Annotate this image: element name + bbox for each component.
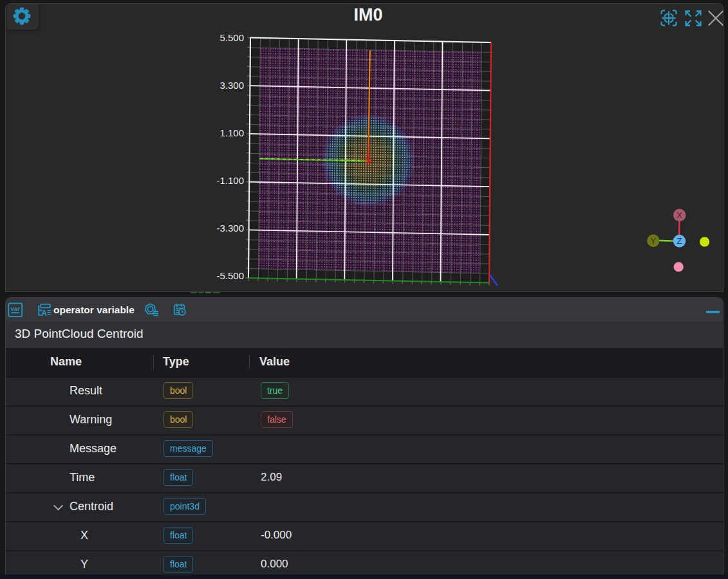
svg-text:Z: Z xyxy=(677,236,682,246)
svg-text:Y: Y xyxy=(651,236,657,246)
svg-text:X: X xyxy=(677,210,682,220)
svg-text:A: A xyxy=(41,309,47,318)
svg-text:var: var xyxy=(11,305,21,312)
